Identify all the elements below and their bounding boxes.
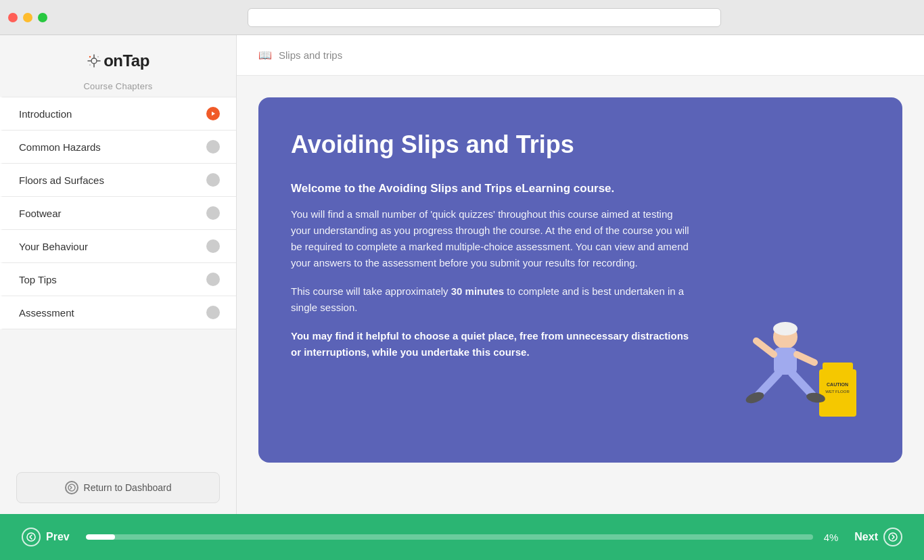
main-content: 📖 Slips and trips Avoiding Slips and Tri… [237, 35, 924, 514]
course-subtitle: Welcome to the Avoiding Slips and Trips … [291, 181, 694, 197]
svg-point-15 [773, 322, 798, 335]
svg-text:WET FLOOR: WET FLOOR [825, 390, 850, 394]
chapter-dot-icon [206, 239, 220, 253]
sidebar-item-introduction[interactable]: Introduction [0, 97, 236, 131]
chapter-label: Common Hazards [19, 141, 101, 153]
slip-illustration: CAUTION WET FLOOR [728, 295, 863, 430]
chapter-dot-icon [206, 173, 220, 187]
progress-fill [86, 534, 115, 540]
course-chapters-label: Course Chapters [0, 81, 236, 91]
chapter-label: Assessment [19, 307, 74, 319]
course-card-text: Avoiding Slips and Trips Welcome to the … [291, 130, 694, 430]
next-label: Next [854, 531, 878, 543]
maximize-button[interactable] [38, 13, 47, 22]
chapter-label: Introduction [19, 108, 72, 120]
next-arrow-icon [888, 532, 898, 542]
logo-area: onTap [0, 35, 236, 81]
svg-rect-11 [823, 363, 853, 371]
progress-track [86, 534, 813, 540]
logo-text: onTap [103, 51, 149, 70]
next-button[interactable]: Next [854, 528, 902, 546]
chapter-dot-icon [206, 306, 220, 319]
bottom-bar: Prev 4% Next [0, 514, 924, 560]
chapter-label: Floors ad Surfaces [19, 174, 104, 186]
course-card: Avoiding Slips and Trips Welcome to the … [258, 97, 902, 463]
prev-icon [22, 528, 41, 546]
sidebar: onTap Course Chapters Introduction Commo… [0, 35, 237, 514]
chapter-label: Footwear [19, 208, 62, 219]
next-icon [883, 528, 902, 546]
return-icon [65, 481, 78, 494]
chapter-dot-icon [206, 140, 220, 154]
svg-text:CAUTION: CAUTION [827, 382, 848, 387]
sidebar-item-footwear[interactable]: Footwear [0, 197, 236, 230]
svg-line-17 [756, 341, 774, 354]
paragraph2-prefix: This course will take approximately [291, 285, 451, 297]
course-paragraph-2: This course will take approximately 30 m… [291, 283, 694, 316]
chapter-dot-icon [206, 206, 220, 220]
svg-point-7 [89, 64, 91, 66]
ontap-logo: onTap [87, 51, 149, 70]
app-container: onTap Course Chapters Introduction Commo… [0, 35, 924, 514]
chapter-list: Introduction Common Hazards Floors ad Su… [0, 97, 236, 461]
svg-line-18 [797, 354, 814, 363]
course-illustration: CAUTION WET FLOOR [721, 130, 870, 430]
prev-arrow-icon [26, 532, 36, 542]
chapter-dot-icon [206, 273, 220, 286]
sidebar-item-common-hazards[interactable]: Common Hazards [0, 131, 236, 164]
sidebar-item-assessment[interactable]: Assessment [0, 296, 236, 329]
course-title: Avoiding Slips and Trips [291, 130, 694, 159]
svg-point-0 [91, 58, 97, 64]
svg-point-23 [27, 533, 35, 541]
return-label: Return to Dashboard [84, 482, 172, 493]
svg-point-5 [89, 56, 91, 57]
content-body: Avoiding Slips and Trips Welcome to the … [237, 76, 924, 484]
sidebar-item-your-behaviour[interactable]: Your Behaviour [0, 230, 236, 263]
paragraph2-bold: 30 minutes [451, 285, 504, 297]
chapter-play-icon [206, 107, 220, 120]
prev-label: Prev [46, 531, 70, 543]
sidebar-item-top-tips[interactable]: Top Tips [0, 263, 236, 296]
breadcrumb: Slips and trips [279, 49, 342, 61]
svg-marker-8 [212, 112, 215, 116]
progress-area: 4% [86, 532, 839, 543]
svg-point-6 [97, 56, 99, 57]
course-paragraph-1: You will find a small number of 'quick q… [291, 206, 694, 271]
address-bar[interactable] [248, 8, 721, 27]
prev-button[interactable]: Prev [22, 528, 70, 546]
chapter-label: Top Tips [19, 274, 57, 285]
logo-icon [87, 53, 101, 68]
content-header: 📖 Slips and trips [237, 35, 924, 76]
chapter-label: Your Behaviour [19, 241, 88, 252]
return-to-dashboard-button[interactable]: Return to Dashboard [16, 472, 220, 503]
sidebar-item-floors-surfaces[interactable]: Floors ad Surfaces [0, 164, 236, 197]
book-icon: 📖 [258, 49, 272, 62]
title-bar [0, 0, 924, 35]
course-paragraph-3: You may find it helpful to choose a quie… [291, 328, 694, 360]
progress-percent: 4% [824, 532, 839, 543]
circle-arrow-icon [68, 484, 76, 492]
minimize-button[interactable] [23, 13, 32, 22]
svg-point-24 [889, 533, 897, 541]
svg-line-20 [792, 373, 812, 395]
close-button[interactable] [8, 13, 18, 22]
svg-line-19 [758, 373, 779, 395]
